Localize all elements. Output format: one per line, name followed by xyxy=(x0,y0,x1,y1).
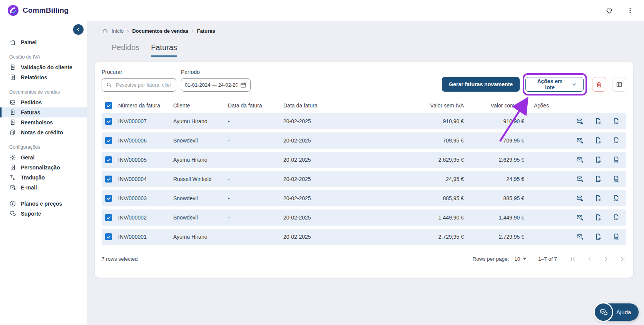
send-email-button[interactable] xyxy=(576,156,584,164)
main-content: Início › Documentos de vendas › Faturas … xyxy=(87,21,644,325)
chevron-right-icon xyxy=(602,255,610,263)
invoices-icon: € xyxy=(9,109,16,116)
col-header-net[interactable]: Valor sem IVA xyxy=(358,102,464,109)
customization-icon xyxy=(9,164,16,171)
help-button[interactable]: Ajuda xyxy=(595,303,639,321)
xml-file-icon: XML xyxy=(612,137,620,144)
search-input[interactable] xyxy=(115,82,172,88)
mail-forward-icon xyxy=(576,233,584,241)
row-checkbox[interactable] xyxy=(105,176,112,183)
sidebar-item-faturas[interactable]: € Faturas xyxy=(0,107,87,117)
export-pdf-button[interactable] xyxy=(594,137,602,144)
mail-forward-icon xyxy=(576,175,584,183)
row-checkbox[interactable] xyxy=(105,156,112,163)
row-checkbox[interactable] xyxy=(105,214,112,221)
first-page-icon xyxy=(569,255,577,263)
chevron-left-icon xyxy=(75,27,81,32)
export-xml-button[interactable]: XML xyxy=(612,233,620,241)
send-email-button[interactable] xyxy=(576,194,584,202)
send-email-button[interactable] xyxy=(576,175,584,183)
sidebar-item-painel[interactable]: Painel xyxy=(0,37,87,47)
sidebar-item-notas-credito[interactable]: Notas de crédito xyxy=(0,127,87,137)
favorites-button[interactable] xyxy=(604,5,615,16)
sidebar-item-relatorios[interactable]: Relatórios xyxy=(0,72,87,82)
refunds-icon xyxy=(9,119,16,126)
sidebar-item-validacao-cliente[interactable]: Validação do cliente xyxy=(0,62,87,72)
sidebar-item-suporte[interactable]: Suporte xyxy=(0,209,87,219)
svg-text:XML: XML xyxy=(614,218,619,221)
sidebar-item-email[interactable]: E-mail xyxy=(0,183,87,193)
credit-notes-icon xyxy=(9,129,16,136)
sidebar-item-planos-precos[interactable]: € Planos e preços xyxy=(0,199,87,209)
table-row: INV/000006 Snowdevil - 20-02-2025 709,95… xyxy=(102,132,626,149)
col-header-client[interactable]: Cliente xyxy=(173,102,228,109)
invoice-date-cell: - xyxy=(228,118,283,124)
breadcrumb-level1[interactable]: Documentos de vendas xyxy=(132,28,188,34)
gross-amount-cell: 910,90 € xyxy=(464,118,524,124)
sidebar-item-pedidos[interactable]: Pedidos xyxy=(0,97,87,107)
sidebar-collapse-button[interactable] xyxy=(73,24,84,35)
breadcrumb-home[interactable]: Início xyxy=(112,28,124,34)
chat-bubbles-icon xyxy=(9,210,16,217)
export-pdf-button[interactable] xyxy=(594,175,602,183)
last-page-icon xyxy=(619,255,626,263)
batch-actions-button[interactable]: Ações em lote xyxy=(525,77,584,92)
send-email-button[interactable] xyxy=(576,214,584,221)
column-settings-button[interactable] xyxy=(612,77,626,92)
rows-per-page-select[interactable]: 10 xyxy=(514,256,527,262)
col-header-date2[interactable]: Data da fatura xyxy=(283,102,358,109)
search-field: Procurar xyxy=(102,69,176,92)
batch-actions-label: Ações em lote xyxy=(532,78,568,90)
col-header-date1[interactable]: Data da fatura xyxy=(228,102,283,109)
sidebar-item-reembolsos[interactable]: Reembolsos xyxy=(0,117,87,127)
row-checkbox[interactable] xyxy=(105,233,112,240)
export-xml-button[interactable]: XML xyxy=(612,194,620,202)
overflow-menu-button[interactable] xyxy=(625,5,636,16)
sidebar-item-personalizacao[interactable]: Personalização xyxy=(0,162,87,173)
filter-toolbar: Procurar Período 01-01-2024 — 24-02-202 xyxy=(102,69,626,92)
sidebar-item-geral[interactable]: Geral xyxy=(0,152,87,162)
export-pdf-button[interactable] xyxy=(594,156,602,164)
row-checkbox[interactable] xyxy=(105,118,112,125)
export-pdf-button[interactable] xyxy=(594,233,602,241)
export-pdf-button[interactable] xyxy=(594,194,602,202)
next-page-button[interactable] xyxy=(602,255,610,263)
regenerate-invoices-button[interactable]: Gerar faturas novamente xyxy=(442,77,520,92)
file-export-icon xyxy=(594,137,602,144)
reports-icon xyxy=(9,74,16,81)
export-pdf-button[interactable] xyxy=(594,117,602,125)
export-xml-button[interactable]: XML xyxy=(612,137,620,144)
previous-page-button[interactable] xyxy=(586,255,593,263)
sidebar-item-traducao[interactable]: A Tradução xyxy=(0,173,87,183)
row-checkbox[interactable] xyxy=(105,137,112,144)
export-xml-button[interactable]: XML xyxy=(612,214,620,221)
chevron-down-icon xyxy=(572,82,577,87)
tab-pedidos[interactable]: Pedidos xyxy=(112,43,139,57)
send-email-button[interactable] xyxy=(576,137,584,144)
export-xml-button[interactable]: XML xyxy=(612,156,620,164)
export-xml-button[interactable]: XML xyxy=(612,117,620,125)
invoice-number-cell: INV/000003 xyxy=(118,195,173,201)
invoice-date2-cell: 20-02-2025 xyxy=(283,157,358,163)
last-page-button[interactable] xyxy=(619,255,626,263)
tab-faturas[interactable]: Faturas xyxy=(151,43,177,57)
send-email-button[interactable] xyxy=(576,117,584,125)
orders-icon xyxy=(9,99,16,106)
invoice-date-cell: - xyxy=(228,137,283,144)
gross-amount-cell: 885,95 € xyxy=(464,195,524,201)
col-header-gross[interactable]: Valor com IVA xyxy=(464,102,524,109)
sidebar-item-label: Personalização xyxy=(21,164,60,171)
row-checkbox[interactable] xyxy=(105,195,112,202)
col-header-number[interactable]: Número da fatura xyxy=(118,102,173,109)
sidebar-item-label: Geral xyxy=(21,154,35,161)
export-xml-button[interactable]: XML xyxy=(612,175,620,183)
export-pdf-button[interactable] xyxy=(594,214,602,221)
mail-forward-icon xyxy=(576,214,584,221)
delete-button[interactable] xyxy=(592,77,606,92)
send-email-button[interactable] xyxy=(576,233,584,241)
table-row: INV/000005 Ayumu Hirano - 20-02-2025 2.6… xyxy=(102,152,626,168)
select-all-checkbox[interactable] xyxy=(105,102,112,109)
first-page-button[interactable] xyxy=(569,255,577,263)
file-export-icon xyxy=(594,117,602,125)
period-input[interactable]: 01-01-2024 — 24-02-202 xyxy=(181,78,251,92)
